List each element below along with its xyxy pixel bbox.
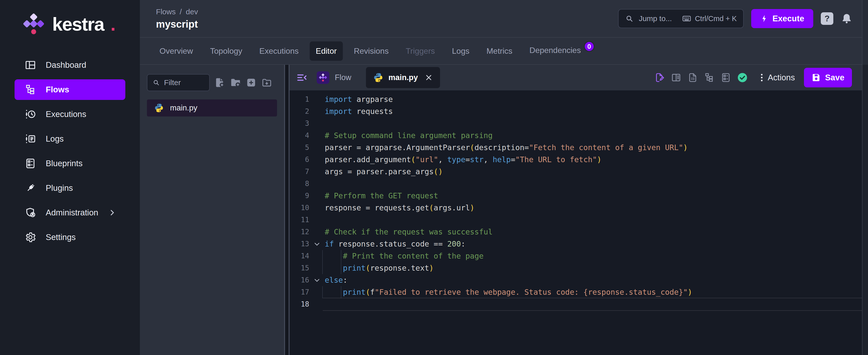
code-text: if response.status_code == 200: (325, 238, 465, 250)
new-file-icon[interactable] (214, 77, 225, 88)
code-text: # Perform the GET request (325, 190, 438, 202)
code-line[interactable]: 1import argparse (289, 93, 862, 105)
sidebar-item-blueprints[interactable]: Blueprints (14, 153, 125, 174)
fold-gutter[interactable] (309, 274, 325, 286)
panel-resize-handle[interactable] (284, 65, 289, 355)
code-line-current[interactable]: 18 (289, 298, 862, 310)
code-editor: Flowmain.py Actions Save 1import argpa (289, 65, 862, 355)
blueprints-view-icon[interactable] (720, 72, 731, 83)
tab-overview[interactable]: Overview (153, 41, 199, 61)
editor-toolbar: Flowmain.py Actions Save (289, 65, 862, 90)
split-view-icon[interactable] (671, 72, 681, 83)
import-folder-icon[interactable] (261, 77, 273, 88)
fold-chevron-icon[interactable] (313, 240, 321, 248)
code-line[interactable]: 16else: (289, 274, 862, 286)
code-line[interactable]: 3 (289, 118, 862, 130)
sidebar-item-executions[interactable]: Executions (14, 104, 125, 125)
editor-tab-main.py[interactable]: main.py (366, 67, 440, 88)
collapse-explorer-icon[interactable] (296, 72, 308, 83)
code-line[interactable]: 15 print(response.text) (289, 262, 862, 274)
code-line[interactable]: 4# Setup command line argument parsing (289, 130, 862, 141)
fold-chevron-icon[interactable] (313, 276, 321, 284)
dependencies-count-badge: 0 (584, 41, 594, 52)
file-name: main.py (170, 103, 197, 112)
code-line[interactable]: 11 (289, 214, 862, 226)
shortcut-hint: Ctrl/Cmd + K (682, 14, 737, 23)
sidebar-item-plugins[interactable]: Plugins (14, 178, 125, 198)
code-text: import requests (325, 105, 393, 118)
code-line[interactable]: 10response = requests.get(args.url) (289, 202, 862, 214)
fold-gutter[interactable] (309, 238, 325, 250)
chevron-right-icon (108, 208, 117, 217)
editor-tab-label: main.py (389, 73, 418, 82)
sidebar-item-label: Logs (46, 134, 64, 143)
save-button[interactable]: Save (804, 68, 852, 87)
jump-to-search[interactable]: Jump to... Ctrl/Cmd + K (618, 9, 744, 28)
code-line[interactable]: 7args = parser.parse_args() (289, 166, 862, 178)
file-list: main.py (140, 99, 284, 117)
executions-icon (25, 108, 36, 120)
new-folder-icon[interactable] (230, 77, 241, 88)
code-line[interactable]: 8 (289, 178, 862, 190)
gutter-spacer (309, 202, 325, 214)
line-number: 6 (289, 154, 309, 166)
code-line[interactable]: 13if response.status_code == 200: (289, 238, 862, 250)
sidebar-item-settings[interactable]: Settings (14, 227, 125, 248)
tab-label: Triggers (406, 46, 435, 56)
close-tab-icon[interactable] (425, 73, 433, 82)
sidebar-item-label: Executions (46, 109, 86, 119)
tab-dependencies[interactable]: Dependencies0 (523, 41, 600, 61)
kestra-logo[interactable]: kestra. (0, 10, 140, 38)
blueprints-icon (25, 158, 36, 169)
line-number: 16 (289, 274, 309, 286)
actions-menu[interactable]: Actions (757, 72, 795, 83)
code-line[interactable]: 12# Check if the request was successful (289, 226, 862, 238)
file-item-main.py[interactable]: main.py (147, 99, 277, 117)
topology-view-icon[interactable] (704, 72, 715, 83)
floppy-disk-icon (811, 73, 821, 82)
line-number: 2 (289, 105, 309, 118)
dots-vertical-icon (757, 72, 767, 83)
tab-executions[interactable]: Executions (253, 41, 305, 61)
execute-button[interactable]: Execute (751, 9, 813, 28)
code-line[interactable]: 17 print(f"Failed to retrieve the webpag… (289, 286, 862, 298)
tab-topology[interactable]: Topology (204, 41, 248, 61)
breadcrumb-namespace[interactable]: dev (186, 7, 198, 16)
code-line[interactable]: 14 # Print the content of the page (289, 250, 862, 262)
code-line[interactable]: 5parser = argparse.ArgumentParser(descri… (289, 141, 862, 154)
editor-tab-flow[interactable]: Flow (317, 71, 351, 84)
tab-revisions[interactable]: Revisions (348, 41, 395, 61)
tab-editor[interactable]: Editor (310, 41, 343, 61)
notifications-bell-icon[interactable] (841, 13, 852, 24)
tab-logs[interactable]: Logs (446, 41, 475, 61)
keyboard-icon (682, 14, 691, 23)
sidebar-item-label: Dashboard (46, 60, 86, 70)
code-area[interactable]: 1import argparse2import requests34# Setu… (289, 90, 862, 355)
file-detail-icon[interactable] (687, 72, 698, 83)
breadcrumb-flows[interactable]: Flows (156, 7, 176, 16)
page-scrollbar[interactable] (862, 0, 868, 355)
help-button[interactable]: ? (821, 12, 833, 25)
flows-icon (25, 84, 36, 95)
gutter-spacer (309, 298, 325, 310)
sidebar-item-dashboard[interactable]: Dashboard (14, 55, 125, 75)
sidebar-item-label: Plugins (46, 183, 73, 193)
top-header: Flows / dev myscript Jump to... Ctrl/Cmd… (140, 0, 862, 38)
validation-ok-icon[interactable] (737, 72, 748, 83)
add-icon[interactable] (246, 77, 257, 88)
tab-label: Editor (316, 46, 337, 56)
gutter-spacer (309, 105, 325, 118)
code-line[interactable]: 9# Perform the GET request (289, 190, 862, 202)
code-line[interactable]: 2import requests (289, 105, 862, 118)
line-number: 17 (289, 286, 309, 298)
edit-script-icon[interactable] (654, 72, 665, 83)
tab-metrics[interactable]: Metrics (480, 41, 518, 61)
line-number: 5 (289, 141, 309, 154)
python-file-icon (373, 72, 383, 83)
filter-input[interactable] (164, 78, 202, 87)
sidebar-item-administration[interactable]: Administration (14, 202, 125, 223)
sidebar-item-logs[interactable]: Logs (14, 129, 125, 149)
sidebar-item-flows[interactable]: Flows (14, 79, 125, 100)
gutter-spacer (309, 178, 325, 190)
code-line[interactable]: 6parser.add_argument("url", type=str, he… (289, 154, 862, 166)
